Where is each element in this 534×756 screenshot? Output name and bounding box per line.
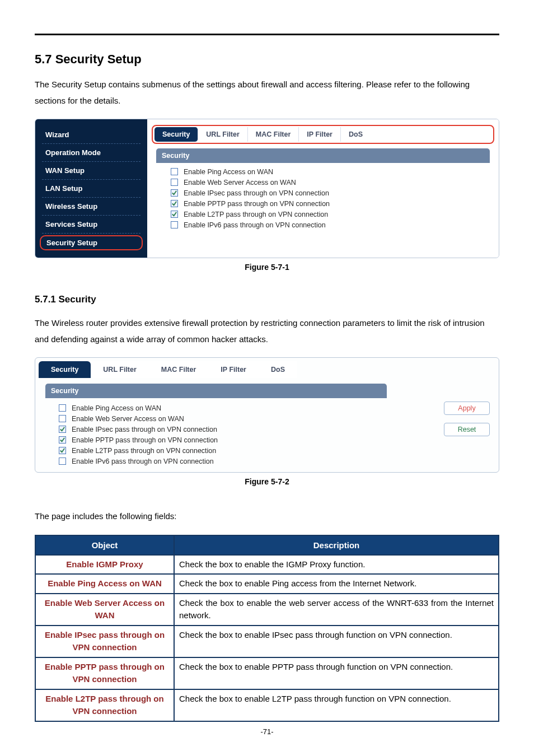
checkbox-icon[interactable] xyxy=(59,447,66,454)
page-number: -71- xyxy=(35,727,499,736)
option-label: Enable IPv6 pass through on VPN connecti… xyxy=(184,221,326,229)
option-label: Enable Web Server Access on WAN xyxy=(184,179,296,186)
option-label: Enable PPTP pass through on VPN connecti… xyxy=(72,436,218,444)
fig1-option: Enable L2TP pass through on VPN connecti… xyxy=(171,209,494,220)
col-description: Description xyxy=(174,535,499,555)
figure1-option-list: Enable Ping Access on WANEnable Web Serv… xyxy=(152,163,494,232)
fig1-option: Enable IPsec pass through on VPN connect… xyxy=(171,188,494,198)
object-cell: Enable L2TP pass through on VPN connecti… xyxy=(35,689,174,721)
router-sidebar: Wizard Operation Mode WAN Setup LAN Setu… xyxy=(35,119,147,258)
tab-dos[interactable]: DoS xyxy=(341,127,371,142)
sidebar-item-services-setup[interactable]: Services Setup xyxy=(35,217,147,232)
object-cell: Enable IPsec pass through on VPN connect… xyxy=(35,626,174,657)
figure2-option-list: Enable Ping Access on WANEnable Web Serv… xyxy=(39,398,439,466)
fig1-option: Enable IPv6 pass through on VPN connecti… xyxy=(171,220,494,230)
option-label: Enable IPsec pass through on VPN connect… xyxy=(72,426,217,433)
subsection-body: The Wireless router provides extensive f… xyxy=(35,315,499,347)
checkbox-icon[interactable] xyxy=(171,179,178,186)
sidebar-item-security-setup[interactable]: Security Setup xyxy=(40,235,143,250)
tab-mac-filter[interactable]: MAC Filter xyxy=(248,127,299,142)
fig1-option: Enable Web Server Access on WAN xyxy=(171,177,494,188)
tab-mac-filter[interactable]: MAC Filter xyxy=(149,361,209,378)
fig2-option: Enable Web Server Access on WAN xyxy=(59,413,439,424)
figure-5-7-2: Security URL Filter MAC Filter IP Filter… xyxy=(35,357,499,473)
table-row: Enable Ping Access on WANCheck the box t… xyxy=(35,574,499,594)
option-label: Enable Ping Access on WAN xyxy=(72,404,161,412)
table-row: Enable IGMP ProxyCheck the box to enable… xyxy=(35,555,499,575)
description-cell: Check the box to enable the IGMP Proxy f… xyxy=(174,555,499,575)
fig2-option: Enable IPv6 pass through on VPN connecti… xyxy=(59,456,439,466)
panel-title-security: Security xyxy=(156,148,490,163)
table-row: Enable IPsec pass through on VPN connect… xyxy=(35,626,499,657)
checkbox-icon[interactable] xyxy=(59,415,66,422)
figure-caption-5-7-1: Figure 5-7-1 xyxy=(35,263,499,272)
figure1-right-pane: Security URL Filter MAC Filter IP Filter… xyxy=(147,119,499,258)
reset-button[interactable]: Reset xyxy=(444,423,490,436)
option-label: Enable Web Server Access on WAN xyxy=(72,415,184,423)
table-row: Enable PPTP pass through on VPN connecti… xyxy=(35,657,499,689)
sidebar-wizard[interactable]: Wizard xyxy=(35,127,147,142)
figure-caption-5-7-2: Figure 5-7-2 xyxy=(35,477,499,486)
subsection-heading: 5.7.1 Security xyxy=(35,294,499,305)
checkbox-icon[interactable] xyxy=(171,200,178,207)
fig2-option: Enable IPsec pass through on VPN connect… xyxy=(59,424,439,435)
description-cell: Check the box to enable L2TP pass throug… xyxy=(174,689,499,721)
object-cell: Enable IGMP Proxy xyxy=(35,555,174,575)
sidebar-item-wan-setup[interactable]: WAN Setup xyxy=(35,163,147,178)
figure-5-7-1: Wizard Operation Mode WAN Setup LAN Setu… xyxy=(35,119,499,258)
fig1-option: Enable Ping Access on WAN xyxy=(171,166,494,177)
top-rule xyxy=(35,34,499,35)
option-label: Enable Ping Access on WAN xyxy=(184,168,273,176)
col-object: Object xyxy=(35,535,174,555)
description-cell: Check the box to enable IPsec pass throu… xyxy=(174,626,499,657)
checkbox-icon[interactable] xyxy=(171,211,178,218)
object-cell: Enable Web Server Access on WAN xyxy=(35,594,174,626)
tab-security[interactable]: Security xyxy=(154,127,198,142)
section-intro: The Security Setup contains submenus of … xyxy=(35,77,499,109)
figure2-button-column: Apply Reset xyxy=(439,398,495,436)
tab-ip-filter[interactable]: IP Filter xyxy=(299,127,341,142)
apply-button[interactable]: Apply xyxy=(444,402,490,415)
figure2-tabbar: Security URL Filter MAC Filter IP Filter… xyxy=(39,361,495,378)
checkbox-icon[interactable] xyxy=(59,426,66,433)
tab-url-filter[interactable]: URL Filter xyxy=(198,127,248,142)
object-cell: Enable PPTP pass through on VPN connecti… xyxy=(35,657,174,689)
checkbox-icon[interactable] xyxy=(59,436,66,444)
option-label: Enable L2TP pass through on VPN connecti… xyxy=(184,211,328,218)
fig2-option: Enable L2TP pass through on VPN connecti… xyxy=(59,445,439,456)
fields-table: Object Description Enable IGMP ProxyChec… xyxy=(35,535,499,722)
checkbox-icon[interactable] xyxy=(59,404,66,412)
checkbox-icon[interactable] xyxy=(171,221,178,228)
option-label: Enable IPsec pass through on VPN connect… xyxy=(184,189,329,197)
fields-intro: The page includes the following fields: xyxy=(35,508,499,525)
checkbox-icon[interactable] xyxy=(59,458,66,465)
description-cell: Check the box to enable Ping access from… xyxy=(174,574,499,594)
fig2-option: Enable Ping Access on WAN xyxy=(59,403,439,413)
object-cell: Enable Ping Access on WAN xyxy=(35,574,174,594)
description-cell: Check the box to enable PPTP pass throug… xyxy=(174,657,499,689)
description-cell: Check the box to enable the web server a… xyxy=(174,594,499,626)
option-label: Enable PPTP pass through on VPN connecti… xyxy=(184,200,330,208)
tab-url-filter[interactable]: URL Filter xyxy=(91,361,149,378)
tab-security[interactable]: Security xyxy=(39,361,91,378)
option-label: Enable IPv6 pass through on VPN connecti… xyxy=(72,458,214,465)
panel-title-security: Security xyxy=(45,384,387,398)
checkbox-icon[interactable] xyxy=(171,168,178,175)
figure1-tabbar: Security URL Filter MAC Filter IP Filter… xyxy=(152,125,494,144)
fig1-option: Enable PPTP pass through on VPN connecti… xyxy=(171,198,494,209)
option-label: Enable L2TP pass through on VPN connecti… xyxy=(72,447,216,455)
sidebar-item-lan-setup[interactable]: LAN Setup xyxy=(35,181,147,196)
tab-dos[interactable]: DoS xyxy=(259,361,297,378)
tab-ip-filter[interactable]: IP Filter xyxy=(208,361,259,378)
checkbox-icon[interactable] xyxy=(171,189,178,197)
table-row: Enable L2TP pass through on VPN connecti… xyxy=(35,689,499,721)
fig2-option: Enable PPTP pass through on VPN connecti… xyxy=(59,435,439,445)
sidebar-item-wireless-setup[interactable]: Wireless Setup xyxy=(35,199,147,214)
section-heading: 5.7 Security Setup xyxy=(35,52,499,67)
table-row: Enable Web Server Access on WANCheck the… xyxy=(35,594,499,626)
sidebar-item-operation-mode[interactable]: Operation Mode xyxy=(35,145,147,160)
